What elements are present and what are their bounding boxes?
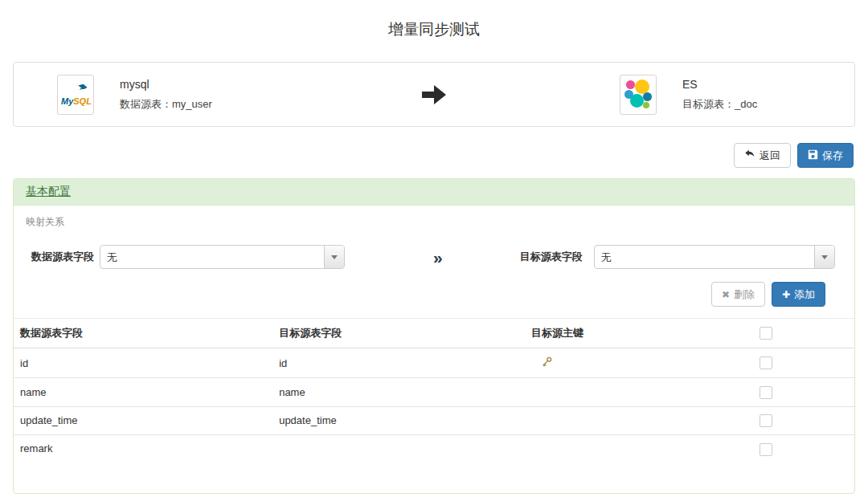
delete-x-icon: ✖ <box>722 290 730 299</box>
mapping-section-label: 映射关系 <box>26 215 840 229</box>
page-title: 增量同步测试 <box>0 0 868 40</box>
cell-primary-key <box>525 406 754 435</box>
cell-primary-key <box>525 348 754 378</box>
key-icon <box>541 356 553 368</box>
cell-target-field: update_time <box>272 406 525 435</box>
row-select-checkbox[interactable] <box>760 443 772 456</box>
caret-down-icon <box>821 255 828 259</box>
select-all-checkbox[interactable] <box>760 327 772 340</box>
cell-target-field <box>272 435 525 493</box>
target-table-label: 目标源表： <box>682 98 735 110</box>
row-select-checkbox[interactable] <box>760 356 772 369</box>
cell-select <box>753 406 854 435</box>
mapping-actions: ✖ 删除 ✚ 添加 <box>26 282 825 307</box>
target-name: ES <box>682 78 757 91</box>
target-field-select[interactable]: 无 <box>594 245 835 269</box>
mysql-logo-icon: MySQL <box>57 75 94 115</box>
source-field-dropdown-button[interactable] <box>324 246 344 268</box>
toolbar: 返回 保存 <box>14 143 854 168</box>
source-field-selected-value: 无 <box>100 246 324 268</box>
source-name: mysql <box>120 78 212 91</box>
cell-primary-key <box>525 435 754 493</box>
source-table-label: 数据源表： <box>120 98 172 110</box>
table-row: name name <box>14 378 854 407</box>
source-table-line: 数据源表：my_user <box>120 97 212 112</box>
mapping-table-body: id id name name update_time update_t <box>14 348 854 493</box>
panel-heading: 基本配置 <box>14 179 854 206</box>
target-table-line: 目标源表：_doc <box>682 97 757 112</box>
plus-icon: ✚ <box>782 290 790 299</box>
basic-config-panel: 基本配置 映射关系 数据源表字段 无 » 目标源表字段 无 ✖ 删除 ✚ 添加 <box>13 178 855 494</box>
cell-source-field: name <box>14 378 272 407</box>
table-row: update_time update_time <box>14 406 854 435</box>
sync-flow-card: MySQL mysql 数据源表：my_user ES 目标源表：_doc <box>13 62 855 127</box>
header-select-cell <box>753 319 854 348</box>
elasticsearch-logo-icon <box>620 75 657 115</box>
save-button[interactable]: 保存 <box>797 143 854 168</box>
header-source-field: 数据源表字段 <box>14 319 272 348</box>
mapping-row: 数据源表字段 无 » 目标源表字段 无 <box>26 245 840 269</box>
mapping-table-header-row: 数据源表字段 目标源表字段 目标源主键 <box>14 319 854 348</box>
target-table-value: _doc <box>735 98 757 110</box>
delete-mapping-button[interactable]: ✖ 删除 <box>711 282 765 307</box>
mapping-table: 数据源表字段 目标源表字段 目标源主键 id id name name <box>14 318 854 493</box>
svg-text:MySQL: MySQL <box>61 96 92 106</box>
add-button-label: 添加 <box>794 287 815 302</box>
source-table-value: my_user <box>172 98 212 110</box>
caret-down-icon <box>331 255 338 259</box>
flow-right-arrow-icon <box>420 83 449 107</box>
delete-button-label: 删除 <box>734 287 755 302</box>
back-arrow-icon <box>744 149 755 161</box>
source-endpoint: MySQL mysql 数据源表：my_user <box>57 63 212 126</box>
cell-source-field: update_time <box>14 406 272 435</box>
source-field-select[interactable]: 无 <box>100 245 345 269</box>
target-field-dropdown-button[interactable] <box>814 246 834 268</box>
target-field-label: 目标源表字段 <box>520 250 594 264</box>
cell-select <box>753 378 854 407</box>
cell-select <box>753 435 854 493</box>
cell-source-field: remark <box>14 435 272 493</box>
double-chevron-icon: » <box>433 249 443 266</box>
back-button[interactable]: 返回 <box>734 143 791 168</box>
target-field-selected-value: 无 <box>595 246 814 268</box>
basic-config-link[interactable]: 基本配置 <box>26 185 71 198</box>
cell-primary-key <box>525 378 754 407</box>
add-mapping-button[interactable]: ✚ 添加 <box>772 282 825 307</box>
row-select-checkbox[interactable] <box>760 386 772 399</box>
header-target-field: 目标源表字段 <box>272 319 525 348</box>
save-button-label: 保存 <box>822 149 843 163</box>
header-primary-key: 目标源主键 <box>525 319 754 348</box>
cell-target-field: name <box>272 378 525 407</box>
target-endpoint: ES 目标源表：_doc <box>620 63 757 126</box>
back-button-label: 返回 <box>760 149 780 163</box>
cell-source-field: id <box>14 348 272 378</box>
table-row: remark <box>14 435 854 493</box>
source-field-label: 数据源表字段 <box>31 250 100 264</box>
save-floppy-icon <box>808 149 818 161</box>
cell-target-field: id <box>272 348 525 378</box>
row-select-checkbox[interactable] <box>760 414 772 427</box>
table-row: id id <box>14 348 854 378</box>
cell-select <box>753 348 854 378</box>
